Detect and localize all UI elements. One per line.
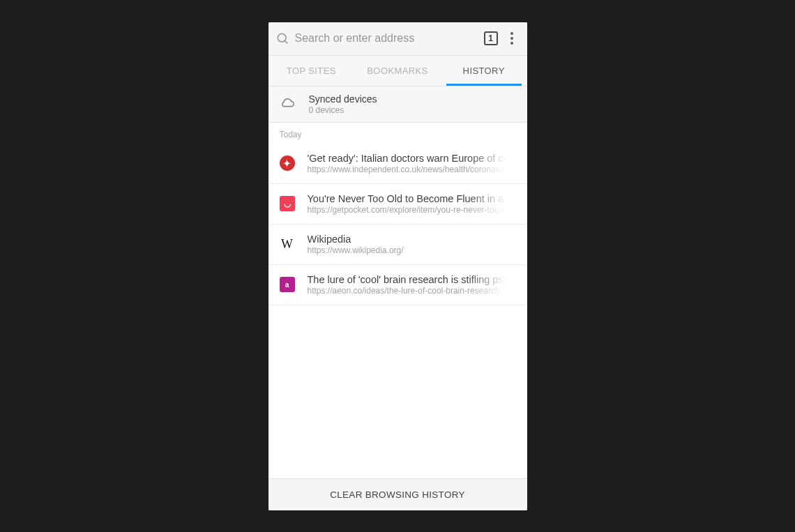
history-row[interactable]: ✦ 'Get ready': Italian doctors warn Euro…: [268, 144, 527, 184]
history-item-title: You're Never Too Old to Become Fluent in…: [308, 193, 516, 204]
history-list: ✦ 'Get ready': Italian doctors warn Euro…: [268, 144, 527, 478]
history-item-url: https://getpocket.com/explore/item/you-r…: [308, 205, 516, 215]
history-item-url: https://www.independent.co.uk/news/healt…: [308, 165, 516, 174]
history-row[interactable]: W Wikipedia https://www.wikipedia.org/: [268, 225, 527, 265]
clear-history-button[interactable]: CLEAR BROWSING HISTORY: [268, 478, 527, 510]
svg-point-0: [278, 33, 286, 42]
search-icon: [275, 31, 289, 45]
tab-counter-button[interactable]: 1: [484, 31, 498, 45]
site-favicon: ✦: [280, 155, 295, 171]
history-item-title: The lure of 'cool' brain research is sti…: [308, 274, 516, 285]
tab-history[interactable]: HISTORY: [441, 56, 527, 86]
browser-panel: 1 TOP SITES BOOKMARKS HISTORY Synced dev…: [268, 22, 527, 510]
history-row[interactable]: ◡ You're Never Too Old to Become Fluent …: [268, 184, 527, 225]
synced-devices-subtitle: 0 devices: [309, 105, 377, 115]
history-item-title: Wikipedia: [308, 234, 516, 245]
search-input[interactable]: [289, 32, 478, 45]
overflow-menu-icon[interactable]: [503, 30, 520, 47]
synced-devices-row[interactable]: Synced devices 0 devices: [268, 86, 527, 123]
cloud-icon: [280, 96, 295, 112]
site-favicon: ◡: [280, 196, 295, 211]
history-item-url: https://aeon.co/ideas/the-lure-of-cool-b…: [308, 286, 516, 296]
tab-bookmarks[interactable]: BOOKMARKS: [354, 56, 441, 86]
synced-devices-title: Synced devices: [309, 93, 377, 105]
history-item-url: https://www.wikipedia.org/: [308, 245, 516, 255]
tab-top-sites[interactable]: TOP SITES: [268, 56, 355, 86]
history-section-header: Today: [268, 123, 527, 144]
history-item-title: 'Get ready': Italian doctors warn Europe…: [308, 153, 516, 164]
synced-devices-text: Synced devices 0 devices: [309, 93, 377, 115]
history-row[interactable]: a The lure of 'cool' brain research is s…: [268, 265, 527, 305]
tabstrip: TOP SITES BOOKMARKS HISTORY: [268, 56, 527, 86]
address-bar: 1: [268, 22, 527, 56]
site-favicon: W: [280, 236, 295, 252]
svg-line-1: [285, 41, 287, 44]
site-favicon: a: [280, 277, 295, 292]
